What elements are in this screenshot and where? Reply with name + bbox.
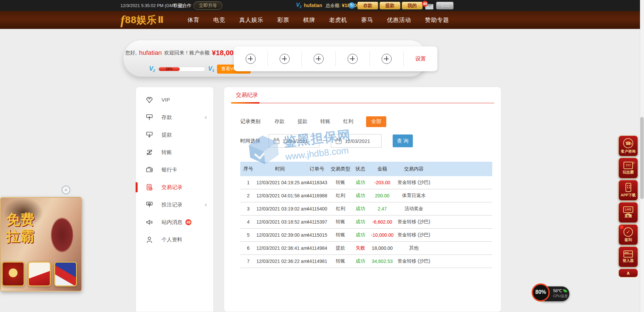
promo-thumbnail-2[interactable] (28, 262, 51, 286)
deposit-button[interactable]: 存款 (357, 2, 378, 9)
promo-close-icon[interactable]: × (62, 186, 70, 194)
vip-progress-bar: 28% (158, 67, 205, 72)
cell-time: 12/03/2021 03:19:02 am (256, 206, 303, 211)
nav-board-games[interactable]: 棋牌 (303, 16, 315, 24)
transaction-records-panel: 交易纪录 记录类别 存款 提款 转账 红利 全部 时间选择 12/03/2021… (224, 87, 501, 312)
nav-promotions[interactable]: 优惠活动 (387, 16, 411, 24)
tab-divider-line (231, 103, 494, 103)
alliance-link[interactable]: 联盟合作 (173, 0, 191, 11)
float-live-stream[interactable]: LIVE 直播 (618, 202, 638, 223)
nav-sponsorship[interactable]: 赞助专题 (425, 16, 449, 24)
promo-popup[interactable]: 免费 拉霸 (0, 197, 82, 291)
cpu-temp-info: 58℃ CPU温度 (553, 288, 568, 299)
settings-button[interactable]: 设置 (404, 51, 437, 67)
cell-no: 4 (240, 219, 256, 225)
float-launcher[interactable]: 登入器 (618, 246, 638, 267)
plus-circle-icon (246, 54, 256, 64)
float-customer-service[interactable]: ☎24 客户咨询 (618, 135, 638, 156)
withdraw-button[interactable]: 提款 (380, 2, 400, 9)
table-row: 4 12/03/2021 03:18:52 am 44115397 转账 成功 … (240, 216, 492, 229)
promo-thumbnail-3[interactable] (54, 262, 77, 286)
cell-status: 成功 (351, 180, 370, 186)
float-slots[interactable]: 777 玩拉霸 (618, 158, 638, 179)
sidebar-label: 交易记录 (162, 184, 182, 191)
sidebar-item-betting-records[interactable]: 投注记录 ∧ (136, 196, 213, 213)
sidebar-label: 存款 (162, 114, 172, 121)
site-logo[interactable]: f 88娱乐 Ⅱ (120, 11, 164, 29)
mobile-app-icon (625, 183, 631, 192)
mail-badge: 49 (422, 1, 428, 7)
filter-bonus[interactable]: 红利 (343, 118, 353, 125)
nav-esports[interactable]: 电竞 (213, 16, 225, 24)
refresh-balance-icon[interactable]: ↻ (349, 2, 355, 9)
filter-withdraw[interactable]: 提款 (297, 118, 308, 125)
sidebar-item-profile[interactable]: 个人资料 (136, 231, 213, 248)
nav-horse-racing[interactable]: 赛马 (361, 16, 373, 24)
mine-button[interactable]: 我的 (402, 2, 423, 9)
nav-lottery[interactable]: 彩票 (277, 16, 289, 24)
sidebar-label: 投注记录 (162, 201, 182, 208)
promo-thumbnail-1[interactable] (2, 262, 25, 286)
topbar: 12/3/2021 5:35:02 PM (GMT +8) 联盟合作 立即升等 … (0, 0, 644, 11)
quick-add-slot-2[interactable] (268, 51, 302, 67)
cell-detail: 资金转移 (沙巴) (394, 219, 433, 225)
sidebar-item-withdraw[interactable]: 提款 (136, 126, 213, 144)
calendar-icon (336, 139, 342, 144)
floating-sidebar: ☎24 客户咨询 777 玩拉霸 APP下载 LIVE 直播 ✓ 签到 登入器 … (618, 135, 638, 277)
vip-next-icon: V3 (208, 65, 214, 73)
table-row: 3 12/03/2021 03:19:02 am 44115400 红利 成功 … (240, 202, 492, 216)
sidebar-item-messages[interactable]: 站内消息 49 (136, 213, 213, 231)
filter-deposit[interactable]: 存款 (275, 118, 285, 125)
plus-circle-icon (314, 54, 324, 64)
quick-add-slot-3[interactable] (302, 51, 336, 67)
cpu-temperature: 58℃ (553, 288, 562, 293)
chevron-up-icon[interactable]: ∧ (204, 115, 207, 120)
date-from-input[interactable]: 12/03/2021 (269, 134, 319, 148)
tab-transaction-records[interactable]: 交易纪录 (236, 91, 258, 99)
search-button[interactable]: 查 询 (393, 134, 413, 147)
betting-record-icon (145, 201, 153, 209)
chevron-up-icon[interactable]: ∧ (204, 202, 207, 207)
nav-live-casino[interactable]: 真人娱乐 (239, 16, 263, 24)
mail-icon[interactable]: 49 (425, 4, 433, 9)
collapse-floatbar-button[interactable]: ∧ (618, 269, 638, 277)
date-to-input[interactable]: 12/03/2021 (331, 134, 382, 148)
sidebar-item-transfer[interactable]: $ 转账 (136, 144, 213, 161)
filter-transfer[interactable]: 转账 (320, 118, 330, 125)
sidebar-label: 站内消息 (162, 219, 182, 226)
col-header-status: 状态 (351, 166, 370, 172)
transfer-icon: $ (145, 148, 153, 156)
megaphone-icon (145, 218, 153, 226)
logout-button[interactable]: 登出 (436, 2, 454, 9)
sidebar-item-bank-card[interactable]: 银行卡 (136, 161, 213, 179)
float-app-download[interactable]: APP下载 (618, 180, 638, 201)
sidebar-item-vip[interactable]: VIP (136, 91, 213, 109)
cell-no: 3 (240, 206, 256, 211)
cell-order: 44114981 (303, 259, 330, 264)
quick-add-slot-5[interactable] (370, 51, 404, 67)
promo-thumbnails (2, 262, 77, 286)
transaction-record-icon (145, 183, 153, 191)
plus-circle-icon (382, 54, 392, 64)
float-check-in[interactable]: ✓ 签到 (618, 224, 638, 245)
upgrade-button[interactable]: 立即升等 (193, 1, 222, 10)
deposit-machine-icon (145, 113, 153, 121)
col-header-detail: 交易内容 (394, 166, 433, 172)
nav-sports[interactable]: 体育 (187, 16, 200, 24)
calendar-icon (274, 139, 279, 144)
filter-all-active[interactable]: 全部 (366, 116, 386, 127)
date-range-picker: 时间选择 12/03/2021 一 12/03/2021 查 询 (240, 134, 413, 148)
cell-type: 转账 (330, 258, 351, 264)
cell-amount: 200.00 (370, 193, 394, 198)
diamond-icon (145, 96, 153, 104)
sidebar-item-deposit[interactable]: 存款 ∧ (136, 109, 213, 126)
sidebar-item-transaction-records[interactable]: 交易记录 (136, 179, 213, 196)
quick-add-slot-1[interactable] (234, 51, 268, 67)
cell-status: 成功 (351, 219, 370, 225)
scrollbar-thumb[interactable] (640, 117, 644, 199)
quick-add-slot-4[interactable] (336, 51, 370, 67)
cell-no: 5 (240, 232, 256, 238)
cpu-temp-label: CPU温度 (553, 294, 568, 299)
nav-slots[interactable]: 老虎机 (329, 16, 347, 24)
cell-status: 成功 (351, 193, 370, 199)
